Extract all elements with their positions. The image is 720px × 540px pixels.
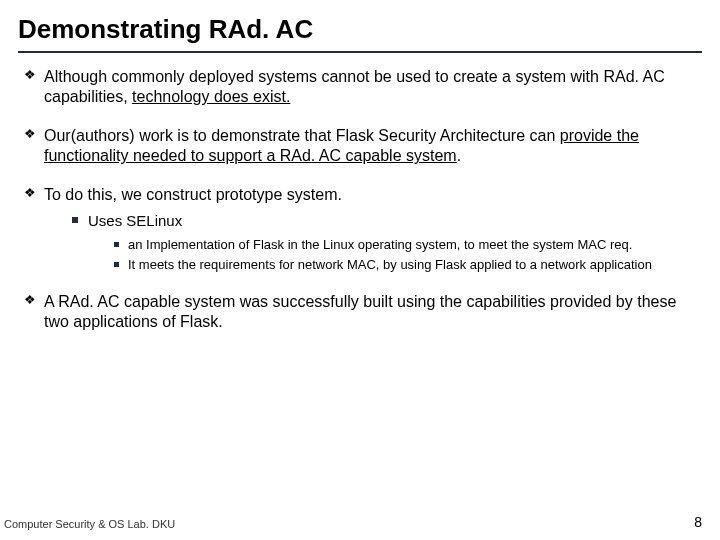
- bullet-3-sub1-a: an Implementation of Flask in the Linux …: [114, 237, 702, 254]
- bullet-3-sub1-b: It meets the requirements for network MA…: [114, 257, 702, 274]
- bullet-list: Although commonly deployed systems canno…: [18, 67, 702, 333]
- bullet-1: Although commonly deployed systems canno…: [24, 67, 702, 108]
- bullet-4: A RAd. AC capable system was successfull…: [24, 292, 702, 333]
- footer: Computer Security & OS Lab. DKU 8: [4, 514, 702, 530]
- page-number: 8: [694, 514, 702, 530]
- bullet-3-text: To do this, we construct prototype syste…: [44, 186, 342, 203]
- bullet-2-text-pre: Our(authors) work is to demonstrate that…: [44, 127, 560, 144]
- title-rule: [18, 51, 702, 53]
- bullet-3: To do this, we construct prototype syste…: [24, 185, 702, 274]
- slide: Demonstrating RAd. AC Although commonly …: [0, 0, 720, 540]
- bullet-2: Our(authors) work is to demonstrate that…: [24, 126, 702, 167]
- footer-left: Computer Security & OS Lab. DKU: [4, 518, 175, 530]
- slide-title: Demonstrating RAd. AC: [18, 14, 702, 45]
- bullet-3-sub1: Uses SELinux an Implementation of Flask …: [72, 211, 702, 273]
- bullet-3-sublist: Uses SELinux an Implementation of Flask …: [44, 211, 702, 273]
- bullet-3-sub1-text: Uses SELinux: [88, 212, 182, 229]
- bullet-1-text-underline: technology does exist.: [132, 88, 290, 105]
- bullet-2-text-post: .: [457, 147, 461, 164]
- bullet-3-sub1-sublist: an Implementation of Flask in the Linux …: [88, 237, 702, 274]
